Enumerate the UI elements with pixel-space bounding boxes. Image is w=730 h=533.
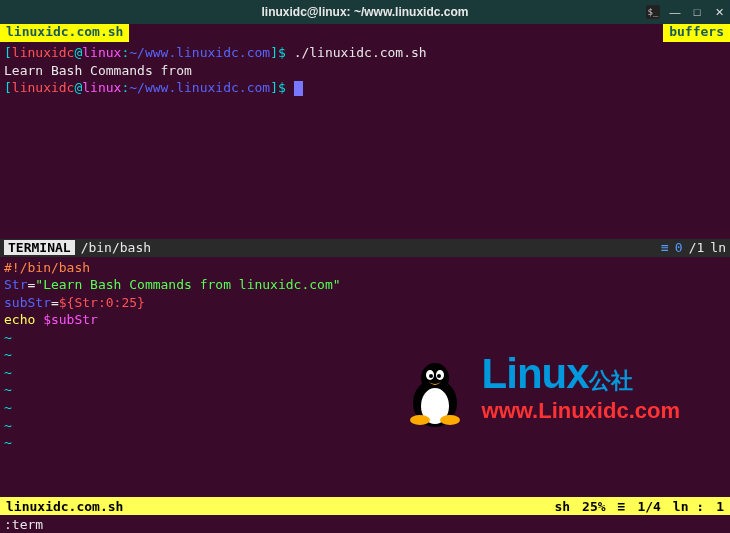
status-col: 1	[716, 499, 724, 514]
split-shell: /bin/bash	[81, 240, 151, 255]
status-percent: 25%	[582, 499, 605, 514]
terminal-line-2: [linuxidc@linux:~/www.linuxidc.com]$	[4, 79, 726, 97]
terminal-icon: $_	[646, 5, 660, 19]
status-filetype: sh	[554, 499, 570, 514]
status-sep-icon: ≡	[618, 499, 626, 514]
tab-buffers[interactable]: buffers	[663, 24, 730, 42]
editor-tilde: ~	[4, 399, 726, 417]
tab-filename[interactable]: linuxidc.com.sh	[0, 24, 130, 42]
editor-tilde: ~	[4, 417, 726, 435]
editor-tilde: ~	[4, 346, 726, 364]
tab-bar: linuxidc.com.sh buffers	[0, 24, 730, 42]
editor-tilde: ~	[4, 329, 726, 347]
status-pos: 1/4	[637, 499, 660, 514]
terminal-output: Learn Bash Commands from	[4, 62, 726, 80]
window-controls: $_ — □ ✕	[646, 5, 726, 19]
menu-icon[interactable]: ≡	[661, 240, 669, 255]
editor-tilde: ~	[4, 364, 726, 382]
editor-line-4: echo $subStr	[4, 311, 726, 329]
terminal-pane[interactable]: [linuxidc@linux:~/www.linuxidc.com]$ ./l…	[0, 42, 730, 99]
status-right: sh 25% ≡ 1/4 ln : 1	[554, 499, 724, 514]
editor-tilde: ~	[4, 381, 726, 399]
terminal-spacer	[0, 99, 730, 239]
close-button[interactable]: ✕	[712, 5, 726, 19]
editor-line-1: #!/bin/bash	[4, 259, 726, 277]
editor-line-2: Str="Learn Bash Commands from linuxidc.c…	[4, 276, 726, 294]
status-ln-label: ln :	[673, 499, 704, 514]
window-title: linuxidc@linux: ~/www.linuxidc.com	[262, 5, 469, 19]
editor-pane[interactable]: #!/bin/bash Str="Learn Bash Commands fro…	[0, 257, 730, 457]
maximize-button[interactable]: □	[690, 5, 704, 19]
minimize-button[interactable]: —	[668, 5, 682, 19]
vim-status-bar: linuxidc.com.sh sh 25% ≡ 1/4 ln : 1	[0, 497, 730, 515]
split-right-info: ≡ 0 /1 ln	[661, 240, 726, 255]
terminal-cursor	[294, 81, 303, 96]
window-titlebar: linuxidc@linux: ~/www.linuxidc.com $_ — …	[0, 0, 730, 24]
status-filename: linuxidc.com.sh	[6, 499, 123, 514]
vim-cmdline[interactable]: :term	[0, 515, 730, 533]
split-mode: TERMINAL	[4, 240, 75, 255]
terminal-line-1: [linuxidc@linux:~/www.linuxidc.com]$ ./l…	[4, 44, 726, 62]
cmdline-text: :term	[4, 517, 43, 532]
editor-tilde: ~	[4, 434, 726, 452]
split-status-bar: TERMINAL /bin/bash ≡ 0 /1 ln	[0, 239, 730, 257]
editor-line-3: subStr=${Str:0:25}	[4, 294, 726, 312]
